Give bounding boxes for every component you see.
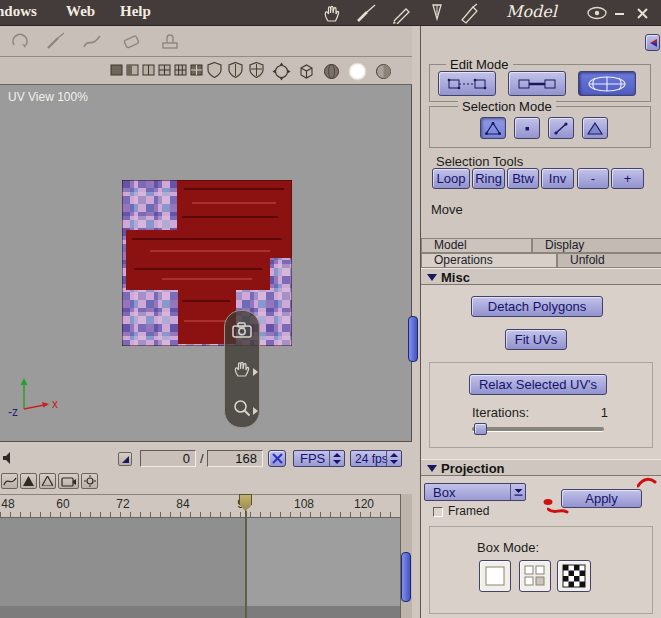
ring-button[interactable]: Ring — [472, 168, 505, 189]
layout-grid-icon[interactable] — [174, 64, 187, 79]
current-frame-field[interactable]: 0 — [140, 450, 196, 467]
titlebar: ndows Web Help Model — [0, 0, 661, 26]
between-button[interactable]: Btw — [507, 168, 539, 189]
tab-display[interactable]: Display — [532, 238, 661, 253]
next-key-icon[interactable] — [39, 473, 56, 489]
pencil-tool-icon[interactable] — [390, 2, 416, 27]
projection-section-body: Box Apply Framed Box Mode: — [421, 476, 661, 618]
shield-icon[interactable] — [206, 61, 223, 82]
rotate-gizmo-icon[interactable] — [272, 62, 291, 84]
gray-sphere-icon[interactable] — [374, 62, 393, 84]
viewport-vertical-scrollbar[interactable] — [408, 316, 418, 362]
edit-mode-edge-button[interactable] — [508, 71, 566, 96]
red-annotation-swoosh — [547, 504, 569, 519]
detach-polygons-button[interactable]: Detach Polygons — [471, 296, 603, 317]
eye-icon[interactable] — [586, 6, 608, 24]
menu-web[interactable]: Web — [66, 3, 95, 20]
layout-single-icon[interactable] — [110, 64, 123, 79]
menu-windows[interactable]: ndows — [0, 3, 37, 20]
box-mode-quad-button[interactable] — [519, 560, 551, 592]
paint-icon[interactable] — [44, 30, 68, 55]
properties-panel: Edit Mode Selection Mode — [420, 26, 661, 618]
shield-wire-icon[interactable] — [248, 61, 265, 82]
white-sphere-icon[interactable] — [347, 61, 368, 85]
red-annotation-stroke — [637, 477, 657, 492]
frame-separator: / — [200, 451, 204, 466]
stamp-icon[interactable] — [158, 30, 182, 55]
selection-mode-edge-button[interactable] — [548, 117, 574, 139]
projection-type-dropdown[interactable]: Box — [424, 483, 526, 501]
ruler-tick-label: 84 — [169, 497, 197, 511]
track-area[interactable] — [0, 518, 400, 618]
tab-label: Unfold — [570, 254, 605, 267]
iterations-slider[interactable] — [472, 423, 604, 435]
shield-line-icon[interactable] — [227, 61, 244, 82]
tab-label: Display — [545, 239, 584, 252]
frame-ruler[interactable]: 48 60 72 84 96 108 120 — [0, 494, 400, 518]
uv-map[interactable] — [122, 180, 292, 349]
loop-button[interactable]: Loop — [432, 168, 470, 189]
box-mode-single-button[interactable] — [479, 560, 511, 592]
track-expand-button[interactable] — [118, 452, 132, 466]
brush-tool-icon[interactable] — [354, 2, 380, 27]
light-track-icon[interactable] — [81, 473, 98, 489]
selection-mode-face-button[interactable] — [582, 117, 608, 139]
tab-unfold[interactable]: Unfold — [557, 253, 661, 268]
pen-tool-icon[interactable] — [424, 2, 450, 27]
smudge-icon[interactable] — [80, 30, 104, 55]
framed-checkbox[interactable] — [433, 507, 443, 517]
layout-grid2-icon[interactable] — [190, 64, 203, 79]
knife-tool-icon[interactable] — [458, 2, 484, 27]
layout-quad-icon[interactable] — [158, 64, 171, 79]
misc-section-header[interactable]: Misc — [421, 268, 661, 285]
layout-split-icon[interactable] — [126, 64, 139, 79]
minimize-icon[interactable] — [612, 6, 627, 24]
shaded-sphere-icon[interactable] — [322, 62, 341, 84]
slider-thumb[interactable] — [474, 423, 487, 435]
eraser-icon[interactable] — [120, 30, 144, 55]
iterations-value: 1 — [580, 405, 608, 420]
pan-hand-icon[interactable] — [227, 354, 257, 384]
current-frame-value: 0 — [183, 451, 190, 466]
layout-columns-icon[interactable] — [142, 64, 155, 79]
timeline: 0 / 168 FPS 24 fps — [0, 442, 412, 618]
fps-value: 24 fps — [355, 452, 388, 466]
panel-collapse-button[interactable] — [645, 34, 660, 51]
prev-key-icon[interactable] — [20, 473, 37, 489]
fps-value-dropdown[interactable]: 24 fps — [350, 450, 402, 467]
edit-mode-uv-button[interactable] — [578, 71, 636, 96]
menu-help[interactable]: Help — [120, 3, 151, 20]
selection-mode-vertex-button[interactable] — [480, 117, 506, 139]
curve-editor-icon[interactable] — [1, 473, 18, 489]
close-icon[interactable] — [635, 6, 650, 24]
axis-z-label: -z — [8, 405, 18, 419]
projection-title: Projection — [441, 461, 505, 476]
uv-viewport[interactable]: UV View 100% — [0, 85, 412, 442]
wire-cube-icon[interactable] — [297, 62, 316, 84]
projection-section-header[interactable]: Projection — [421, 459, 661, 476]
invert-button[interactable]: Inv — [541, 168, 574, 189]
timeline-scrollbar-thumb[interactable] — [401, 552, 411, 602]
loop-toggle-button[interactable] — [268, 450, 286, 467]
apply-button[interactable]: Apply — [561, 489, 642, 508]
camera-icon[interactable] — [227, 315, 257, 345]
grow-selection-button[interactable]: + — [611, 168, 644, 189]
tab-operations[interactable]: Operations — [421, 253, 557, 268]
camera-track-icon[interactable] — [58, 473, 79, 489]
selection-mode-point-button[interactable] — [514, 117, 540, 139]
model-app-window: ndows Web Help Model — [0, 0, 661, 618]
end-frame-field[interactable]: 168 — [207, 450, 263, 467]
box-mode-checker-button[interactable] — [557, 560, 591, 592]
shrink-selection-button[interactable]: - — [577, 168, 609, 189]
relax-selected-uvs-button[interactable]: Relax Selected UV's — [469, 374, 607, 395]
edit-mode-vertex-button[interactable] — [438, 71, 496, 96]
fps-mode-dropdown[interactable]: FPS — [293, 450, 345, 467]
hand-tool-icon[interactable] — [320, 2, 346, 27]
track-range-highlight — [247, 518, 400, 618]
rotate-icon[interactable] — [8, 30, 32, 55]
fps-mode-value: FPS — [300, 451, 325, 466]
tab-model[interactable]: Model — [421, 238, 532, 253]
speaker-icon[interactable] — [2, 451, 14, 468]
zoom-icon[interactable] — [227, 393, 257, 423]
fit-uvs-button[interactable]: Fit UVs — [505, 329, 567, 350]
